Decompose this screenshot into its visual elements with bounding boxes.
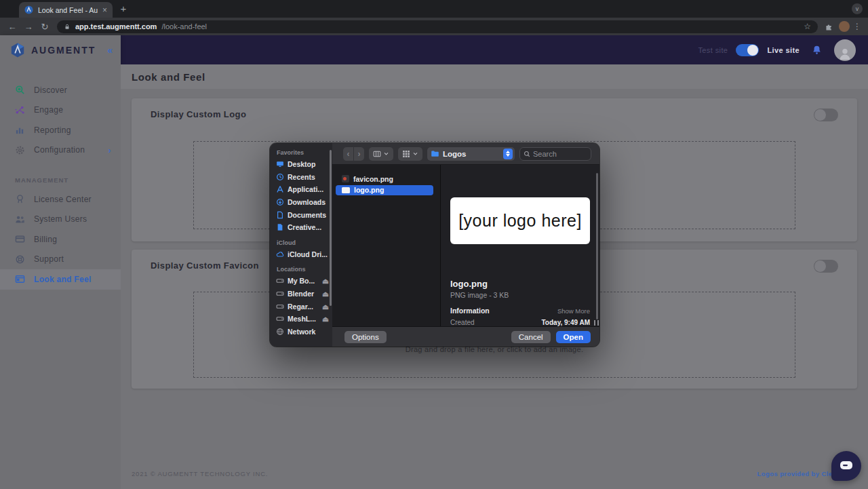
- eject-icon[interactable]: ⏏: [322, 290, 329, 298]
- browser-menu-icon[interactable]: ⋮: [850, 22, 865, 31]
- chat-bubble-icon: [840, 461, 853, 471]
- browser-profile-avatar[interactable]: [839, 21, 850, 32]
- dialog-search-field[interactable]: [519, 147, 591, 161]
- new-tab-button[interactable]: +: [117, 3, 130, 14]
- hard-drive-icon: [276, 277, 284, 285]
- dialog-forward-button[interactable]: ›: [354, 147, 364, 161]
- tab-favicon-icon: [24, 5, 33, 14]
- show-more-link[interactable]: Show More: [557, 307, 590, 315]
- browser-tab[interactable]: Look and Feel - Augmentt ×: [19, 2, 113, 18]
- page-header: Look and Feel: [121, 64, 868, 89]
- logo-preview-image: [your logo here]: [450, 197, 590, 244]
- chat-launcher-button[interactable]: [831, 451, 861, 481]
- eject-icon[interactable]: ⏏: [322, 302, 329, 311]
- sidebar-item-documents[interactable]: Documents: [270, 208, 332, 221]
- information-label: Information: [450, 307, 490, 315]
- extensions-puzzle-icon[interactable]: [825, 22, 833, 31]
- sidebar-item-license-center[interactable]: License Center: [0, 189, 121, 210]
- grid-view-button[interactable]: [398, 147, 422, 161]
- management-section-label: MANAGEMENT: [15, 176, 121, 184]
- open-button[interactable]: Open: [556, 331, 591, 343]
- sidebar-item-system-users[interactable]: System Users: [0, 210, 121, 230]
- sidebar-item-network[interactable]: Network: [270, 326, 332, 338]
- document-filled-icon: [276, 223, 284, 231]
- sidebar-item-recents[interactable]: Recents: [270, 171, 332, 184]
- folder-icon: [431, 149, 439, 158]
- dialog-toolbar: ‹ › Logos: [332, 143, 599, 165]
- favorites-section-label: Favorites: [270, 149, 332, 158]
- credit-card-icon: [15, 234, 25, 244]
- user-avatar[interactable]: [834, 39, 856, 61]
- column-view-button[interactable]: [369, 147, 393, 161]
- sidebar-item-desktop[interactable]: Desktop: [270, 158, 332, 171]
- folder-dropdown[interactable]: Logos: [427, 147, 515, 161]
- address-bar[interactable]: app.test.augmentt.com /look-and-feel ☆: [57, 20, 818, 33]
- site-toggle-knob: [747, 45, 758, 56]
- sidebar-item-engage[interactable]: Engage: [0, 100, 121, 121]
- sidebar-item-blender[interactable]: Blender ⏏: [270, 288, 332, 300]
- refresh-icon[interactable]: ↻: [37, 22, 53, 32]
- lock-icon: [64, 23, 71, 31]
- browser-navbar: ← → ↻ app.test.augmentt.com /look-and-fe…: [0, 18, 868, 35]
- sidebar-item-billing[interactable]: Billing: [0, 229, 121, 250]
- sidebar-item-regar[interactable]: Regar... ⏏: [270, 300, 332, 313]
- sidebar-item-support[interactable]: Support: [0, 250, 121, 270]
- search-input[interactable]: [533, 150, 587, 158]
- logo-toggle[interactable]: [814, 109, 838, 121]
- resize-grip-icon[interactable]: [594, 320, 599, 326]
- sidebar-item-look-and-feel[interactable]: Look and Feel: [0, 269, 121, 290]
- favicon-toggle[interactable]: [814, 260, 838, 273]
- forward-icon[interactable]: →: [20, 22, 37, 32]
- applications-icon: [276, 185, 284, 193]
- current-folder-name: Logos: [443, 150, 500, 158]
- file-open-dialog: Favorites Desktop Recents Applicati... D…: [270, 143, 599, 347]
- favicon-thumbnail-icon: [342, 175, 349, 182]
- desktop-icon: [276, 160, 284, 168]
- page-title: Look and Feel: [132, 71, 205, 83]
- caret-down-icon: [383, 151, 389, 157]
- notifications-bell-icon[interactable]: [812, 45, 822, 55]
- augmentt-logo-icon: [9, 42, 26, 58]
- bookmark-star-icon[interactable]: ☆: [804, 22, 811, 31]
- clock-icon: [276, 173, 284, 181]
- sidebar-item-my-book[interactable]: My Bo... ⏏: [270, 275, 332, 288]
- preview-file-name: logo.png: [450, 279, 590, 289]
- dialog-back-button[interactable]: ‹: [343, 147, 353, 161]
- icloud-section-label: iCloud: [270, 239, 332, 248]
- eject-icon[interactable]: ⏏: [322, 277, 329, 285]
- created-value: Today, 9:49 AM: [542, 319, 591, 326]
- primary-nav: Discover Engage Reporting Configuration …: [0, 80, 121, 160]
- brand-name: AUGMENTT: [31, 45, 102, 56]
- file-row-favicon[interactable]: favicon.png: [332, 174, 440, 184]
- preview-scrollbar[interactable]: [596, 173, 598, 319]
- cloud-icon: [276, 250, 284, 258]
- sidebar-collapse-icon[interactable]: «: [107, 45, 113, 56]
- app-header: Test site Live site: [121, 35, 868, 64]
- sidebar-item-applications[interactable]: Applicati...: [270, 183, 332, 196]
- eject-icon[interactable]: ⏏: [322, 315, 329, 323]
- file-row-logo[interactable]: logo.png: [336, 185, 433, 196]
- logo-card-heading: Display Custom Logo: [151, 109, 246, 119]
- gear-icon: [15, 145, 25, 155]
- tab-close-icon[interactable]: ×: [102, 5, 107, 15]
- hard-drive-icon: [276, 302, 284, 311]
- cancel-button[interactable]: Cancel: [511, 331, 551, 343]
- dialog-sidebar-scrollbar[interactable]: [330, 150, 332, 306]
- sidebar-item-meshl[interactable]: MeshL... ⏏: [270, 313, 332, 326]
- license-medal-icon: [15, 194, 25, 204]
- file-list: favicon.png logo.png: [332, 165, 441, 326]
- folder-stepper-icon: [503, 149, 513, 159]
- document-icon: [276, 211, 284, 219]
- tab-search-icon[interactable]: v: [852, 3, 863, 14]
- sidebar-item-discover[interactable]: Discover: [0, 80, 121, 100]
- sidebar-item-configuration[interactable]: Configuration ›: [0, 140, 121, 161]
- users-icon: [15, 214, 25, 224]
- options-button[interactable]: Options: [344, 331, 387, 343]
- site-toggle[interactable]: [736, 44, 759, 56]
- sidebar-item-reporting[interactable]: Reporting: [0, 120, 121, 140]
- back-icon[interactable]: ←: [4, 22, 20, 32]
- sidebar-item-downloads[interactable]: Downloads: [270, 196, 332, 209]
- hard-drive-icon: [276, 315, 284, 323]
- sidebar-item-creative[interactable]: Creative...: [270, 221, 332, 234]
- sidebar-item-icloud-drive[interactable]: iCloud Dri...: [270, 248, 332, 261]
